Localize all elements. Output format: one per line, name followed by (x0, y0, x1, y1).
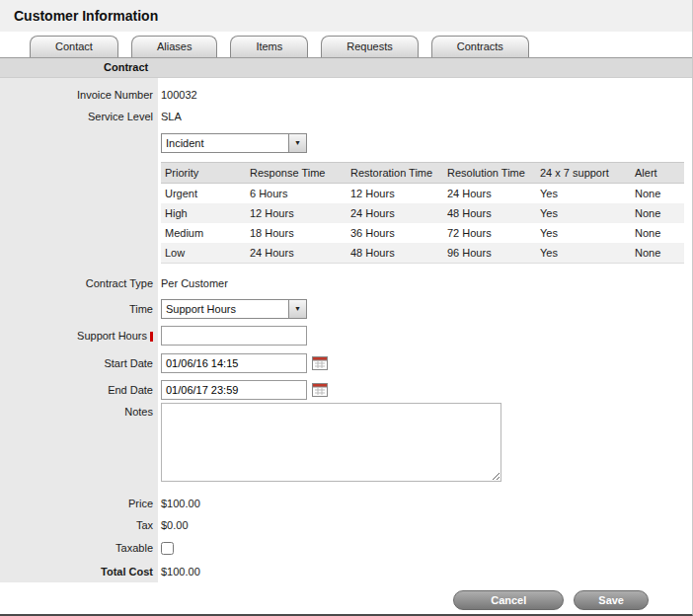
sla-table-row: Urgent6 Hours12 Hours24 HoursYesNone (161, 184, 684, 204)
end-date-row: End Date (0, 376, 692, 403)
time-select[interactable]: Support Hours ▼ (161, 299, 307, 319)
total-cost-row: Total Cost $100.00 (0, 560, 692, 582)
notes-textarea[interactable] (161, 403, 501, 482)
tab-aliases[interactable]: Aliases (131, 36, 217, 57)
start-date-row: Start Date (0, 349, 692, 376)
tab-items[interactable]: Items (230, 36, 308, 57)
support-hours-row: Support Hours (0, 322, 692, 349)
contract-type-value: Per Customer (161, 277, 228, 289)
taxable-label: Taxable (0, 542, 161, 554)
tax-row: Tax $0.00 (0, 514, 692, 536)
sla-table-head-row: PriorityResponse TimeRestoration TimeRes… (161, 163, 684, 184)
contract-form: Invoice Number 100032 Service Level SLA … (0, 78, 692, 582)
support-hours-input[interactable] (161, 326, 307, 346)
invoice-number-label: Invoice Number (0, 89, 161, 101)
invoice-number-row: Invoice Number 100032 (0, 83, 692, 106)
section-header: Contract (0, 58, 692, 78)
sla-column-header: Restoration Time (346, 163, 443, 184)
tax-value: $0.00 (161, 519, 189, 531)
service-level-row: Service Level SLA (0, 106, 692, 127)
sla-table-body: Urgent6 Hours12 Hours24 HoursYesNoneHigh… (161, 184, 684, 264)
notes-row: Notes (0, 403, 692, 488)
tax-label: Tax (0, 519, 161, 531)
time-label: Time (0, 303, 161, 315)
support-hours-label: Support Hours (0, 330, 161, 342)
sla-table: PriorityResponse TimeRestoration TimeRes… (161, 162, 684, 264)
cancel-button[interactable]: Cancel (453, 590, 564, 610)
sla-column-header: Resolution Time (443, 163, 536, 184)
page-title: Customer Information (0, 0, 692, 32)
sla-column-header: Alert (631, 163, 684, 184)
time-select-value: Support Hours (162, 300, 288, 318)
sla-column-header: Response Time (246, 163, 346, 184)
contract-type-row: Contract Type Per Customer (0, 271, 692, 295)
total-cost-label: Total Cost (0, 566, 161, 578)
sla-column-header: Priority (161, 163, 246, 184)
price-value: $100.00 (161, 498, 200, 509)
tab-contracts[interactable]: Contracts (431, 36, 529, 57)
process-select[interactable]: Incident ▼ (161, 133, 307, 153)
sla-table-row: High12 Hours24 Hours48 HoursYesNone (161, 203, 684, 223)
tab-contact[interactable]: Contact (30, 36, 118, 57)
invoice-number-value: 100032 (161, 89, 197, 101)
end-date-input[interactable] (161, 380, 307, 400)
contract-type-label: Contract Type (0, 277, 161, 289)
required-indicator (150, 332, 153, 342)
taxable-row: Taxable (0, 536, 692, 560)
process-select-value: Incident (162, 134, 288, 152)
save-button[interactable]: Save (574, 590, 649, 610)
process-select-row: Incident ▼ (0, 129, 692, 156)
tab-requests[interactable]: Requests (321, 36, 418, 57)
end-date-label: End Date (0, 384, 161, 396)
time-row: Time Support Hours ▼ (0, 295, 692, 322)
start-date-input[interactable] (161, 353, 307, 373)
section-title: Contract (104, 61, 148, 73)
tab-bar: ContactAliasesItemsRequestsContracts (0, 32, 692, 58)
customer-information-window: Customer Information ContactAliasesItems… (0, 0, 693, 616)
calendar-icon[interactable] (312, 382, 328, 397)
total-cost-value: $100.00 (161, 566, 200, 578)
calendar-icon[interactable] (312, 355, 328, 370)
taxable-checkbox[interactable] (161, 542, 174, 555)
service-level-value: SLA (161, 111, 182, 122)
sla-table-row: Low24 Hours48 Hours96 HoursYesNone (161, 243, 684, 264)
chevron-down-icon: ▼ (288, 134, 306, 152)
price-row: Price $100.00 (0, 492, 692, 514)
sla-table-row: Medium18 Hours36 Hours72 HoursYesNone (161, 223, 684, 243)
chevron-down-icon: ▼ (288, 300, 306, 318)
sla-column-header: 24 x 7 support (536, 163, 631, 184)
service-level-label: Service Level (0, 111, 161, 122)
start-date-label: Start Date (0, 357, 161, 369)
action-bar: Cancel Save (0, 582, 692, 616)
notes-label: Notes (0, 403, 161, 418)
price-label: Price (0, 498, 161, 509)
